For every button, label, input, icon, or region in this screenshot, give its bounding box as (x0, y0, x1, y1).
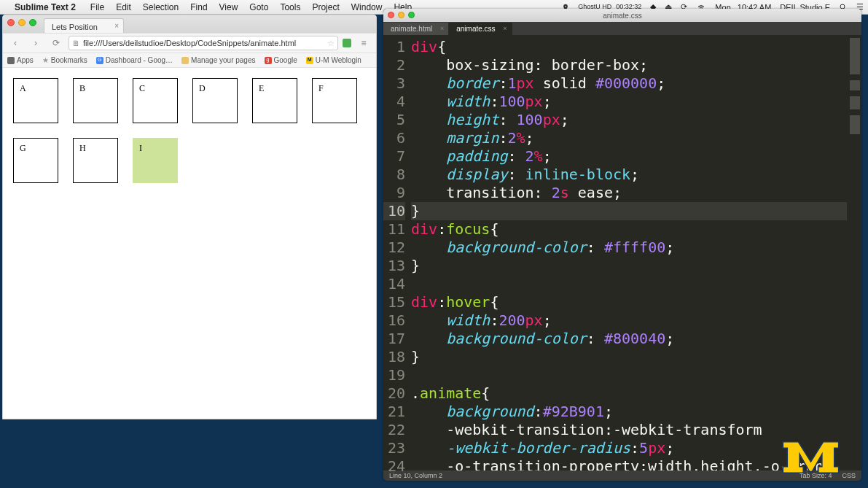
extension-icon[interactable] (343, 39, 351, 47)
bookmark-item[interactable]: GDashboard - Goog… (96, 56, 173, 64)
bookmarks-bar: Apps★BookmarksGDashboard - Goog…Manage y… (3, 53, 376, 68)
reload-button[interactable]: ⟳ (48, 38, 64, 48)
url-text: file:///Users/deilstudioe/Desktop/CodeSn… (83, 39, 324, 47)
demo-box[interactable]: H (73, 138, 118, 183)
window-traffic-lights[interactable] (7, 19, 36, 26)
menu-window[interactable]: Window (345, 2, 388, 12)
editor-tab[interactable]: animate.html× (383, 23, 449, 35)
chrome-toolbar: ‹ › ⟳ 🗎 file:///Users/deilstudioe/Deskto… (3, 33, 376, 53)
menu-goto[interactable]: Goto (243, 2, 274, 12)
editor-tab[interactable]: animate.css× (449, 23, 512, 35)
file-icon: 🗎 (72, 39, 80, 47)
browser-tab[interactable]: Lets Position × (44, 18, 124, 33)
menu-edit[interactable]: Edit (110, 2, 137, 12)
editor-area[interactable]: 123456789101112131415161718192021222324 … (383, 35, 861, 470)
demo-box[interactable]: F (312, 78, 357, 123)
page-content: ABCDEFGHI (3, 68, 376, 419)
demo-box[interactable]: G (13, 138, 58, 183)
window-traffic-lights[interactable] (388, 12, 415, 18)
svg-point-0 (840, 4, 845, 9)
bookmark-item[interactable]: MU-M Weblogin (306, 56, 361, 64)
menu-project[interactable]: Project (306, 2, 345, 12)
sublime-tabbar: animate.html×animate.css× (383, 22, 861, 35)
michigan-logo (780, 435, 842, 479)
demo-box[interactable]: C (133, 78, 178, 123)
code-content[interactable]: div{ box-sizing: border-box; border:1px … (411, 35, 861, 470)
demo-box[interactable]: E (252, 78, 297, 123)
close-icon[interactable]: × (114, 22, 119, 30)
address-bar[interactable]: 🗎 file:///Users/deilstudioe/Desktop/Code… (69, 36, 338, 50)
close-icon[interactable]: × (440, 25, 444, 32)
demo-box[interactable]: D (192, 78, 238, 123)
app-title[interactable]: Sublime Text 2 (15, 2, 85, 12)
line-gutter: 123456789101112131415161718192021222324 (383, 35, 411, 470)
bookmark-item[interactable]: gGoogle (265, 56, 297, 64)
demo-box[interactable]: I (133, 138, 178, 183)
sublime-window: animate.css animate.html×animate.css× 12… (383, 9, 861, 481)
menu-selection[interactable]: Selection (137, 2, 184, 12)
menu-find[interactable]: Find (184, 2, 213, 12)
menu-tools[interactable]: Tools (274, 2, 306, 12)
demo-box[interactable]: B (73, 78, 118, 123)
minimap[interactable] (847, 35, 861, 470)
bookmark-item[interactable]: ★Bookmarks (42, 56, 87, 64)
sublime-titlebar: animate.css (383, 9, 861, 22)
status-language[interactable]: CSS (842, 472, 856, 479)
window-title: animate.css (603, 12, 641, 20)
demo-box[interactable]: A (13, 78, 58, 123)
close-icon[interactable]: × (503, 25, 507, 32)
chrome-window: Lets Position × ‹ › ⟳ 🗎 file:///Users/de… (2, 15, 377, 419)
menu-file[interactable]: File (85, 2, 110, 12)
back-button[interactable]: ‹ (7, 38, 23, 48)
bookmark-item[interactable]: Manage your pages (181, 56, 255, 64)
chrome-tabbar: Lets Position × (3, 15, 376, 33)
chrome-menu-icon[interactable]: ≡ (356, 38, 372, 48)
bookmark-item[interactable]: Apps (7, 56, 34, 64)
tab-title: Lets Position (52, 23, 98, 31)
bookmark-star-icon[interactable]: ☆ (327, 39, 335, 48)
menu-view[interactable]: View (214, 2, 244, 12)
forward-button[interactable]: › (28, 38, 44, 48)
